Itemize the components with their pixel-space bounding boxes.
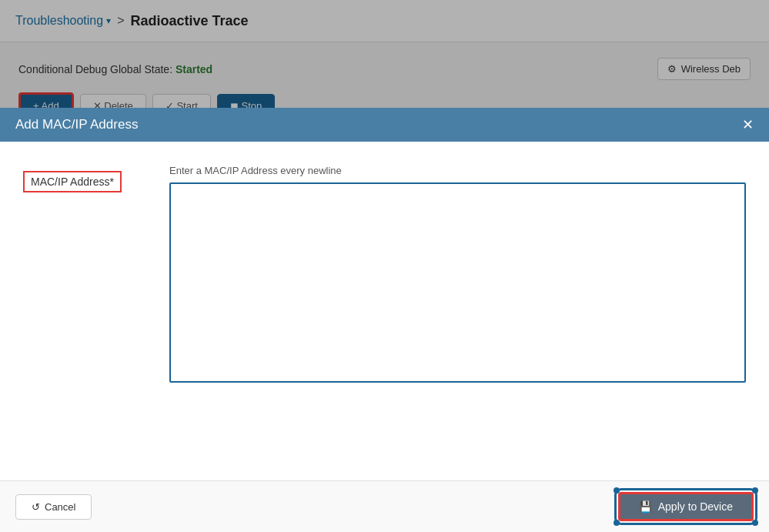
modal-close-button[interactable]: ✕ — [742, 118, 754, 132]
corner-dot-tl — [614, 487, 620, 494]
cancel-button[interactable]: ↺ Cancel — [15, 494, 92, 520]
modal-footer: ↺ Cancel 💾 Apply to Device — [0, 480, 769, 532]
modal-overlay: Add MAC/IP Address ✕ MAC/IP Address* Ent… — [0, 0, 769, 532]
apply-label: Apply to Device — [658, 500, 733, 513]
mac-ip-textarea[interactable] — [169, 182, 746, 383]
field-input-container: Enter a MAC/IP Address every newline — [169, 165, 746, 383]
modal-title: Add MAC/IP Address — [15, 117, 138, 132]
corner-dot-bl — [614, 520, 620, 526]
corner-dot-br — [752, 520, 758, 526]
corner-dot-tr — [752, 487, 758, 494]
apply-to-device-button[interactable]: 💾 Apply to Device — [618, 492, 754, 521]
add-mac-ip-modal: Add MAC/IP Address ✕ MAC/IP Address* Ent… — [0, 108, 769, 532]
field-hint: Enter a MAC/IP Address every newline — [169, 165, 746, 176]
undo-icon: ↺ — [32, 501, 40, 513]
apply-button-wrapper: 💾 Apply to Device — [618, 492, 754, 521]
cancel-label: Cancel — [45, 501, 75, 513]
mac-ip-field-label: MAC/IP Address* — [23, 171, 122, 192]
modal-header: Add MAC/IP Address ✕ — [0, 108, 769, 142]
modal-body: MAC/IP Address* Enter a MAC/IP Address e… — [0, 142, 769, 480]
save-icon: 💾 — [639, 500, 652, 513]
field-label-container: MAC/IP Address* — [23, 165, 146, 192]
